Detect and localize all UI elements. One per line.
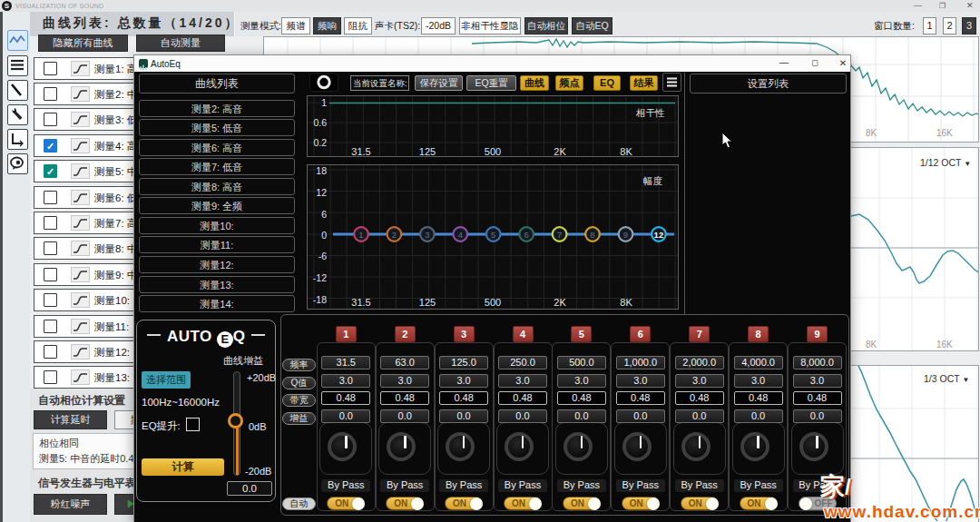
svg-text:1: 1 — [358, 230, 363, 240]
svg-text:7: 7 — [557, 230, 562, 240]
svg-text:4: 4 — [458, 230, 463, 240]
svg-text:12: 12 — [654, 230, 664, 240]
svg-text:5: 5 — [491, 230, 495, 240]
svg-text:8: 8 — [590, 230, 594, 240]
svg-text:3: 3 — [425, 230, 429, 240]
svg-text:9: 9 — [623, 230, 628, 240]
svg-text:2: 2 — [392, 230, 397, 240]
svg-text:6: 6 — [524, 230, 529, 240]
